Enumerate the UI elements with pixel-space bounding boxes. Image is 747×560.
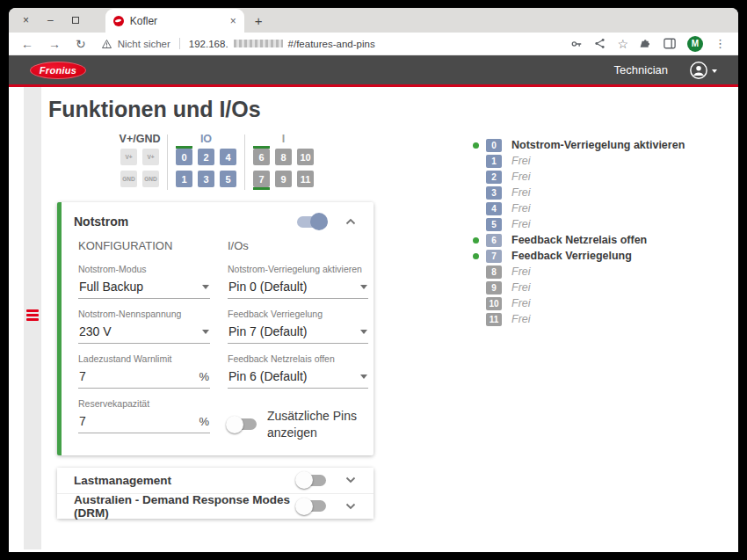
- pin-diagram: V+/GND V+ V+ GND GND IO 0 2 4: [118, 133, 316, 190]
- extra-pins-label: Zusätzliche Pins anzeigen: [267, 408, 359, 441]
- field-value: Pin 7 (Default): [228, 324, 360, 338]
- pin-assignment-label: Notstrom-Verriegelung aktivieren: [511, 139, 685, 151]
- drm-toggle[interactable]: [297, 500, 326, 512]
- bookmark-star-icon[interactable]: ☆: [617, 38, 628, 50]
- nennspannung-select[interactable]: 230 V: [78, 323, 210, 344]
- notstrom-enable-toggle[interactable]: [297, 216, 326, 228]
- url-path: #/features-and-pins: [288, 39, 375, 49]
- field-feedback-verriegelung: Feedback Verriegelung Pin 7 (Default): [228, 309, 368, 344]
- field-label: Notstrom-Verriegelung aktivieren: [228, 264, 368, 274]
- lastmanagement-toggle[interactable]: [297, 475, 326, 486]
- pin-assignment-label: Frei: [511, 171, 531, 183]
- pin-box-gnd: GND: [142, 171, 159, 187]
- browser-menu-icon[interactable]: ⋮: [714, 38, 726, 49]
- pin-assignment-label: Frei: [511, 218, 531, 230]
- field-label: Notstrom-Nennspannung: [78, 309, 210, 319]
- pin-list-item-7: 7Feedback Verriegelung: [473, 248, 685, 264]
- extra-pins-toggle[interactable]: [228, 418, 257, 430]
- window-maximize-button[interactable]: [72, 17, 79, 24]
- percent-suffix: %: [199, 415, 209, 428]
- field-value: Pin 6 (Default): [228, 369, 360, 383]
- section-ios: I/Os: [228, 239, 368, 252]
- reservekapazitaet-input[interactable]: 7 %: [78, 412, 210, 433]
- expand-chevron-down-icon[interactable]: [345, 503, 356, 510]
- pin-box-5: 5: [220, 171, 236, 187]
- browser-tab[interactable]: Kofler ×: [105, 9, 244, 33]
- pin-list-item-5: 5Frei: [473, 216, 685, 232]
- percent-suffix: %: [199, 370, 209, 383]
- extra-pins-row: Zusätzliche Pins anzeigen: [228, 408, 368, 441]
- active-dot-icon: [473, 237, 479, 244]
- pin-box-9: 9: [275, 171, 292, 187]
- pin-assignment-label: Feedback Netzrelais offen: [511, 234, 647, 246]
- field-notstrom-verriegelung: Notstrom-Verriegelung aktivieren Pin 0 (…: [228, 264, 368, 299]
- field-notstrom-modus: Notstrom-Modus Full Backup: [78, 264, 210, 299]
- pin-list-item-4: 4Frei: [473, 200, 685, 216]
- collapse-chevron-up-icon[interactable]: [345, 218, 356, 225]
- password-key-icon[interactable]: [570, 38, 583, 50]
- forward-icon[interactable]: →: [48, 38, 61, 50]
- not-secure-warning-icon: [101, 39, 112, 49]
- field-value: 7: [79, 369, 199, 383]
- pin-group-io: IO 0 2 4 1 3 5: [173, 133, 239, 190]
- drm-title: Australien - Demand Response Modes (DRM): [74, 493, 297, 520]
- active-dot-icon: [473, 142, 479, 149]
- pin-box-6: 6: [253, 149, 270, 165]
- pin-box-0: 0: [176, 149, 192, 165]
- feature-cards: Notstrom KONFIGURATION I/Os Notstrom-Mod…: [57, 202, 374, 519]
- feedback-verriegelung-pin-select[interactable]: Pin 7 (Default): [228, 323, 368, 344]
- field-value: 7: [79, 414, 199, 428]
- url-separator: [179, 38, 180, 49]
- pin-number-badge: 4: [486, 202, 502, 215]
- pin-group-label: IO: [173, 133, 239, 146]
- drm-panel[interactable]: Australien - Demand Response Modes (DRM): [57, 493, 374, 519]
- field-value: Full Backup: [79, 280, 202, 294]
- collapsed-panels: Lastmanagement Australien - Demand Respo…: [57, 468, 374, 519]
- pin-box-2: 2: [198, 149, 214, 165]
- side-panel-icon[interactable]: [664, 38, 676, 49]
- pin-number-badge: 10: [486, 297, 502, 310]
- window-close-button[interactable]: ×: [23, 8, 29, 33]
- lastmanagement-panel[interactable]: Lastmanagement: [57, 468, 374, 493]
- toolbar-icons: ☆ M ⋮: [570, 36, 726, 52]
- section-konfiguration: KONFIGURATION: [78, 239, 210, 252]
- pin-assignment-label: Frei: [511, 155, 531, 167]
- account-icon: [689, 61, 708, 80]
- field-label: Feedback Netzrelais offen: [228, 353, 368, 364]
- menu-hamburger-icon[interactable]: [26, 309, 39, 323]
- profile-avatar[interactable]: M: [687, 36, 703, 52]
- pin-box-gnd: GND: [120, 171, 137, 187]
- pin-group-divider: [167, 135, 168, 190]
- share-icon[interactable]: [594, 38, 606, 49]
- pin-number-badge: 11: [486, 313, 502, 326]
- extensions-puzzle-icon[interactable]: [640, 38, 652, 50]
- pin-box-10: 10: [297, 149, 314, 165]
- collapsed-sidebar-rail: [24, 87, 41, 549]
- pin-number-badge: 3: [486, 186, 502, 200]
- account-menu-button[interactable]: [689, 61, 717, 80]
- dropdown-arrow-icon: [202, 330, 209, 334]
- field-label: Notstrom-Modus: [78, 264, 210, 274]
- pin-number-badge: 1: [486, 155, 502, 168]
- tab-title: Kofler: [130, 15, 224, 27]
- netzrelais-pin-select[interactable]: Pin 6 (Default): [228, 367, 368, 389]
- reload-icon[interactable]: ↻: [76, 38, 86, 50]
- page-title: Funktionen und I/Os: [48, 97, 261, 122]
- pin-number-badge: 9: [486, 281, 502, 295]
- notstrom-modus-select[interactable]: Full Backup: [78, 278, 210, 299]
- warnlimit-input[interactable]: 7 %: [78, 367, 210, 389]
- page-content: Funktionen und I/Os V+/GND V+ V+ GND GND…: [9, 87, 738, 549]
- address-bar[interactable]: Nicht sicher 192.168. #/features-and-pin…: [101, 38, 571, 49]
- pin-box-4: 4: [220, 149, 236, 165]
- tab-close-icon[interactable]: ×: [230, 15, 236, 27]
- new-tab-button[interactable]: +: [255, 10, 263, 33]
- pin-box-vplus: V+: [142, 149, 159, 165]
- expand-chevron-down-icon[interactable]: [345, 476, 356, 484]
- pin-group-i: I 6 8 10 7 9 11: [250, 133, 316, 190]
- window-minimize-button[interactable]: –: [47, 8, 54, 33]
- favicon-icon: [113, 16, 124, 26]
- verriegelung-pin-select[interactable]: Pin 0 (Default): [228, 278, 368, 299]
- dropdown-arrow-icon: [360, 375, 367, 379]
- back-icon[interactable]: ←: [21, 38, 33, 50]
- field-value: 230 V: [79, 324, 202, 338]
